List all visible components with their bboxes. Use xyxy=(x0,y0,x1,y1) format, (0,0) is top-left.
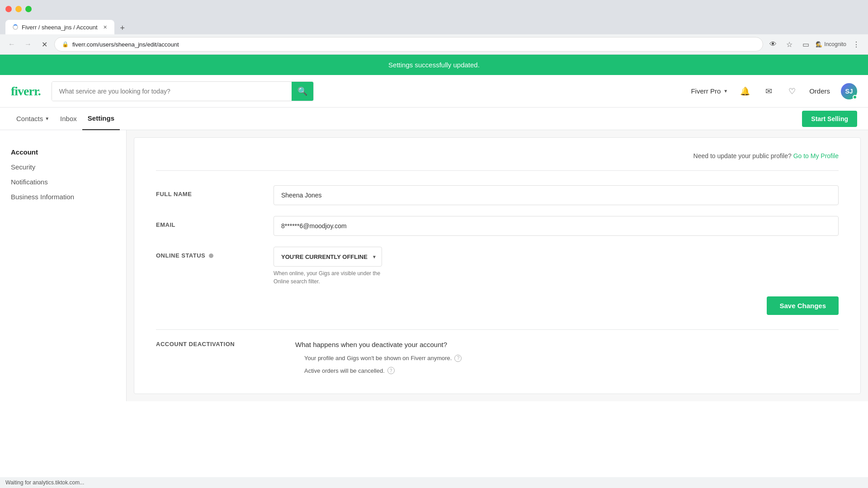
help-icon-2[interactable]: ? xyxy=(387,367,395,374)
back-button[interactable]: ← xyxy=(5,38,18,51)
status-label-wrap: ONLINE STATUS xyxy=(156,252,274,259)
contacts-chevron-icon: ▼ xyxy=(45,116,49,121)
deactivation-title: What happens when you deactivate your ac… xyxy=(295,341,839,348)
avatar-online-badge xyxy=(853,95,857,99)
profile-notice-text: Need to update your public profile? xyxy=(693,152,792,160)
start-selling-button[interactable]: Start Selling xyxy=(802,111,857,127)
url-bar[interactable]: 🔒 fiverr.com/users/sheena_jns/edit/accou… xyxy=(54,37,763,52)
loading-spinner xyxy=(13,24,18,30)
main-content: Account Security Notifications Business … xyxy=(0,130,868,401)
lock-icon: 🔒 xyxy=(62,41,69,47)
header-actions: Fiverr Pro ▼ 🔔 ✉ ♡ Orders SJ xyxy=(691,83,857,99)
status-dot-icon xyxy=(209,253,213,258)
go-to-profile-link[interactable]: Go to My Profile xyxy=(793,152,839,160)
settings-nav-item[interactable]: Settings xyxy=(82,108,120,130)
online-status-select[interactable]: YOU'RE CURRENTLY OFFLINE YOU'RE CURRENTL… xyxy=(274,247,382,267)
browser-actions: 👁 ☆ ▭ 🕵 Incognito ⋮ xyxy=(767,38,863,51)
email-input[interactable] xyxy=(274,216,839,236)
sidebar: Account Security Notifications Business … xyxy=(0,130,127,401)
status-row-inputs: YOU'RE CURRENTLY OFFLINE YOU'RE CURRENTL… xyxy=(274,247,839,286)
orders-link[interactable]: Orders xyxy=(809,87,830,95)
maximize-window-button[interactable] xyxy=(25,6,32,12)
inbox-nav-item[interactable]: Inbox xyxy=(55,108,82,130)
deactivation-item-1: Your profile and Gigs won't be shown on … xyxy=(304,354,839,363)
url-text: fiverr.com/users/sheena_jns/edit/account xyxy=(72,41,755,48)
email-label: EMAIL xyxy=(156,216,274,228)
titlebar xyxy=(0,0,868,18)
search-icon: 🔍 xyxy=(297,86,307,96)
menu-button[interactable]: ⋮ xyxy=(850,38,863,51)
business-information-label: Business Information xyxy=(11,193,74,201)
browser-chrome: Fiverr / sheena_jns / Account ✕ + ← → ✕ … xyxy=(0,0,868,55)
online-status-label: ONLINE STATUS xyxy=(156,247,274,259)
chevron-down-icon: ▼ xyxy=(723,89,728,94)
incognito-badge: 🕵 Incognito xyxy=(816,41,846,47)
extensions-button[interactable]: 👁 xyxy=(767,38,779,51)
window-controls[interactable] xyxy=(5,6,32,12)
help-icon-1[interactable]: ? xyxy=(454,355,462,362)
fiverr-logo[interactable]: fiverr. xyxy=(11,84,41,99)
email-row: EMAIL xyxy=(156,216,839,236)
success-message: Settings successfully updated. xyxy=(388,61,480,69)
inbox-label: Inbox xyxy=(60,115,77,122)
full-name-row: FULL NAME xyxy=(156,185,839,205)
new-tab-button[interactable]: + xyxy=(116,22,129,34)
status-select-wrap: YOU'RE CURRENTLY OFFLINE YOU'RE CURRENTL… xyxy=(274,247,382,267)
avatar[interactable]: SJ xyxy=(841,83,857,99)
content-area: Need to update your public profile? Go t… xyxy=(134,137,861,394)
full-name-label: FULL NAME xyxy=(156,185,274,197)
favorites-button[interactable]: ♡ xyxy=(786,85,798,98)
sub-nav: Contacts ▼ Inbox Settings Start Selling xyxy=(0,108,868,130)
address-bar: ← → ✕ 🔒 fiverr.com/users/sheena_jns/edit… xyxy=(0,34,868,54)
notifications-label: Notifications xyxy=(11,178,48,186)
online-status-row: ONLINE STATUS YOU'RE CURRENTLY OFFLINE Y… xyxy=(156,247,839,286)
bookmark-button[interactable]: ☆ xyxy=(783,38,796,51)
deactivation-row: ACCOUNT DEACTIVATION What happens when y… xyxy=(156,341,839,379)
site-header: fiverr. 🔍 Fiverr Pro ▼ 🔔 ✉ ♡ Orders SJ xyxy=(0,75,868,108)
tab-bar: Fiverr / sheena_jns / Account ✕ + xyxy=(0,18,868,34)
search-bar: 🔍 xyxy=(52,81,314,101)
fiverr-pro-label: Fiverr Pro xyxy=(691,87,721,95)
forward-button[interactable]: → xyxy=(22,38,34,51)
success-banner: Settings successfully updated. xyxy=(0,55,868,75)
minimize-window-button[interactable] xyxy=(15,6,22,12)
notifications-button[interactable]: 🔔 xyxy=(739,85,751,98)
save-changes-row: Save Changes xyxy=(156,296,839,315)
full-name-input[interactable] xyxy=(274,185,839,205)
sidebar-item-account[interactable]: Account xyxy=(11,145,115,160)
tab-title: Fiverr / sheena_jns / Account xyxy=(22,24,98,31)
section-divider xyxy=(156,329,839,330)
search-input[interactable] xyxy=(52,82,292,101)
sidebar-item-notifications[interactable]: Notifications xyxy=(11,174,115,189)
security-label: Security xyxy=(11,163,35,171)
account-label: Account xyxy=(11,148,38,156)
online-status-text: ONLINE STATUS xyxy=(156,252,205,259)
sidebar-item-business-information[interactable]: Business Information xyxy=(11,189,115,204)
fiverr-pro-menu[interactable]: Fiverr Pro ▼ xyxy=(691,87,728,95)
deactivation-label: ACCOUNT DEACTIVATION xyxy=(156,341,274,379)
avatar-initials: SJ xyxy=(845,88,853,95)
contacts-label: Contacts xyxy=(16,115,43,122)
save-changes-button[interactable]: Save Changes xyxy=(767,296,839,315)
incognito-icon: 🕵 xyxy=(816,41,822,47)
profile-notice: Need to update your public profile? Go t… xyxy=(156,152,839,171)
incognito-label: Incognito xyxy=(824,41,846,47)
online-status-description: When online, your Gigs are visible under… xyxy=(274,269,382,286)
split-view-button[interactable]: ▭ xyxy=(799,38,812,51)
close-tab-button[interactable]: ✕ xyxy=(103,24,107,30)
deactivation-info: What happens when you deactivate your ac… xyxy=(295,341,839,379)
search-button[interactable]: 🔍 xyxy=(292,82,313,101)
messages-button[interactable]: ✉ xyxy=(762,85,775,98)
deactivation-list: Your profile and Gigs won't be shown on … xyxy=(295,354,839,375)
reload-button[interactable]: ✕ xyxy=(38,38,51,51)
active-tab[interactable]: Fiverr / sheena_jns / Account ✕ xyxy=(5,20,114,34)
deactivation-item-2: Active orders will be cancelled. ? xyxy=(304,366,839,375)
sidebar-item-security[interactable]: Security xyxy=(11,160,115,174)
settings-label: Settings xyxy=(88,114,114,122)
contacts-nav-item[interactable]: Contacts ▼ xyxy=(11,108,55,130)
close-window-button[interactable] xyxy=(5,6,12,12)
